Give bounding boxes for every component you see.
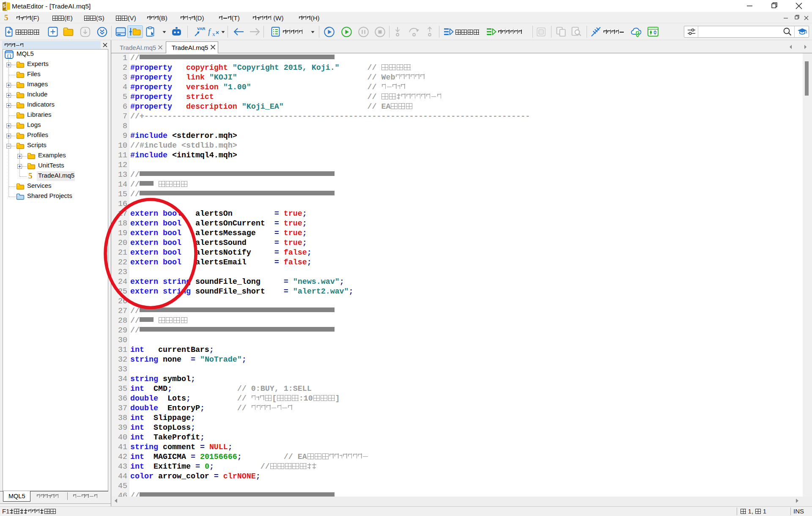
svg-text:f: f bbox=[208, 27, 211, 36]
svg-text:VAR: VAR bbox=[197, 26, 205, 31]
svg-text:{ }: { } bbox=[7, 54, 11, 58]
svg-text:x: x bbox=[212, 31, 215, 37]
svg-text:5: 5 bbox=[3, 3, 5, 8]
